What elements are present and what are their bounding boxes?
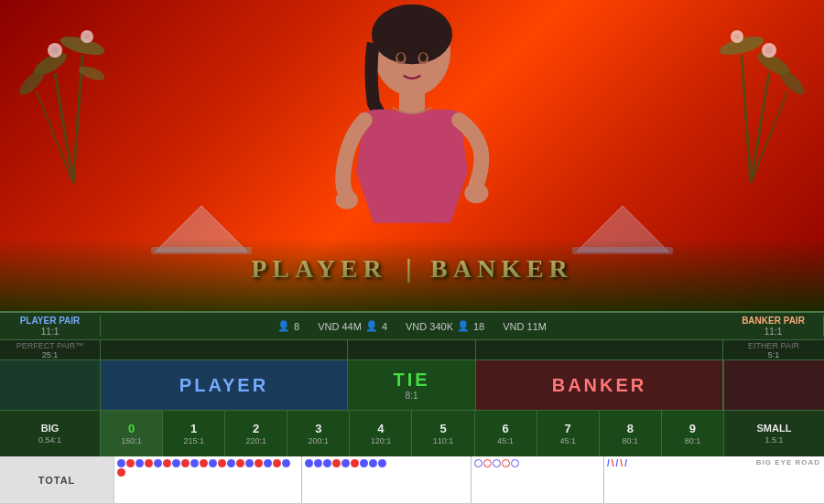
svg-line-2 [37, 91, 73, 183]
banker-pair-bet-area[interactable] [723, 360, 824, 410]
betting-grid: PLAYER PAIR 11:1 👤 8 VND 44M 👤 4 VND 340… [0, 311, 824, 456]
perfect-pair-row: PERFECT PAIR™ 25:1 EITHER PAIR 5:1 [0, 340, 824, 360]
num-0-val: 0 [128, 422, 135, 435]
total-bead-section [114, 456, 302, 503]
total-cockroach-section: / \ / \ / BIG EYE ROAD [604, 456, 824, 503]
big-bet-panel[interactable]: BIG 0.54:1 [0, 411, 101, 456]
either-pair-label: EITHER PAIR [748, 341, 799, 350]
svg-point-28 [397, 53, 405, 61]
total-road-row: TOTAL [0, 456, 824, 504]
tie-bet-button[interactable]: TIE 8:1 [348, 360, 476, 410]
player-icon-symbol: 👤 [277, 320, 290, 332]
players1-icon: 👤 [365, 320, 378, 332]
banker-pair-label-text: BANKER PAIR [742, 316, 805, 326]
number-2-bet[interactable]: 2 220:1 [225, 411, 287, 456]
num-6-odds: 45:1 [497, 436, 514, 445]
svg-point-20 [734, 34, 740, 39]
vnd1-info: VND 44M 👤 4 [318, 320, 387, 332]
svg-point-8 [51, 47, 59, 54]
players2-count: 18 [473, 321, 484, 332]
number-7-bet[interactable]: 7 45:1 [537, 411, 600, 456]
num-2-val: 2 [253, 422, 259, 435]
num-3-odds: 200:1 [309, 436, 330, 445]
svg-line-0 [55, 73, 73, 183]
player-bet-button[interactable]: PLAYER [101, 360, 348, 410]
perfect-pair-left[interactable]: PERFECT PAIR™ 25:1 [0, 340, 101, 359]
num-7-val: 7 [565, 422, 571, 435]
player-pair-odds: 11:1 [41, 327, 59, 337]
num-4-val: 4 [377, 422, 384, 435]
num-0-odds: 150:1 [121, 436, 142, 445]
svg-line-12 [742, 55, 751, 183]
svg-point-16 [775, 66, 806, 98]
player-bet-sub[interactable] [101, 340, 348, 359]
svg-point-18 [765, 47, 773, 54]
banker-bet-button[interactable]: BANKER [476, 360, 723, 410]
players-count: 8 [294, 321, 299, 332]
num-4-odds: 120:1 [371, 436, 392, 445]
total-row-label: TOTAL [0, 456, 114, 503]
big-label: BIG [41, 423, 60, 434]
num-9-odds: 80:1 [685, 436, 701, 445]
big-odds: 0.54:1 [38, 435, 61, 445]
plant-left-decoration [18, 0, 128, 183]
num-8-odds: 80:1 [623, 436, 639, 445]
player-pair-bet-area[interactable] [0, 360, 101, 410]
banker-pair-info: BANKER PAIR 11:1 [723, 316, 824, 337]
banker-bet-label: BANKER [552, 375, 647, 396]
num-6-val: 6 [502, 422, 508, 435]
svg-line-11 [751, 73, 769, 183]
tie-sub [348, 340, 476, 359]
number-0-bet[interactable]: 0 150:1 [101, 411, 163, 456]
num-1-val: 1 [190, 422, 197, 435]
total-road-content: / \ / \ / BIG EYE ROAD [114, 456, 824, 503]
banker-bet-sub [476, 340, 723, 359]
number-5-bet[interactable]: 5 110:1 [412, 411, 474, 456]
player-vnd-info: 👤 8 [277, 320, 299, 332]
number-9-bet[interactable]: 9 80:1 [662, 411, 723, 456]
perfect-pair-odds: 25:1 [42, 350, 59, 359]
dealer-figure [252, 0, 572, 274]
svg-point-5 [18, 66, 49, 98]
number-8-bet[interactable]: 8 80:1 [600, 411, 662, 456]
player-bet-label: PLAYER [179, 375, 268, 396]
perfect-pair-label: PERFECT PAIR™ [16, 341, 84, 350]
num-1-odds: 215:1 [183, 436, 204, 445]
tie-odds: 8:1 [406, 391, 418, 401]
number-6-bet[interactable]: 6 45:1 [475, 411, 537, 456]
players2-icon: 👤 [457, 320, 470, 332]
number-1-bet[interactable]: 1 215:1 [163, 411, 225, 456]
players1-count: 4 [382, 321, 387, 332]
total-big-road-section [302, 456, 472, 503]
vnd1-amount: VND 44M [318, 321, 362, 332]
tie-bet-label: TIE [393, 370, 429, 391]
big-eye-road-label: BIG EYE ROAD [756, 458, 820, 466]
road-maps-container: TOTAL [0, 456, 824, 504]
total-small-road-section [472, 456, 604, 503]
video-feed: PLAYER | BANKER [0, 0, 824, 311]
main-bet-row: PLAYER TIE 8:1 BANKER [0, 360, 824, 411]
small-odds: 1.5:1 [764, 435, 783, 445]
vnd3-amount: VND 11M [503, 321, 547, 332]
number-bet-row: BIG 0.54:1 0 150:1 1 215:1 2 220:1 3 200… [0, 411, 824, 456]
either-pair-cell[interactable]: EITHER PAIR 5:1 [723, 340, 824, 359]
svg-point-22 [372, 5, 452, 65]
num-7-odds: 45:1 [559, 436, 576, 445]
num-8-val: 8 [627, 422, 634, 435]
num-2-odds: 220:1 [245, 436, 266, 445]
player-pair-label-text: PLAYER PAIR [20, 316, 81, 326]
svg-line-13 [751, 91, 787, 183]
number-4-bet[interactable]: 4 120:1 [350, 411, 412, 456]
small-bet-panel[interactable]: SMALL 1.5:1 [723, 411, 824, 456]
player-pair-info: PLAYER PAIR 11:1 [0, 316, 101, 337]
vnd2-info: VND 340K 👤 18 [406, 320, 484, 332]
table-green-overlay [0, 238, 824, 311]
svg-point-29 [419, 53, 427, 61]
info-bar: PLAYER PAIR 11:1 👤 8 VND 44M 👤 4 VND 340… [0, 313, 824, 340]
num-9-val: 9 [689, 422, 696, 435]
svg-line-1 [73, 55, 82, 183]
num-5-val: 5 [439, 422, 446, 435]
small-label: SMALL [756, 423, 791, 434]
number-3-bet[interactable]: 3 200:1 [287, 411, 350, 456]
svg-point-25 [336, 190, 358, 209]
